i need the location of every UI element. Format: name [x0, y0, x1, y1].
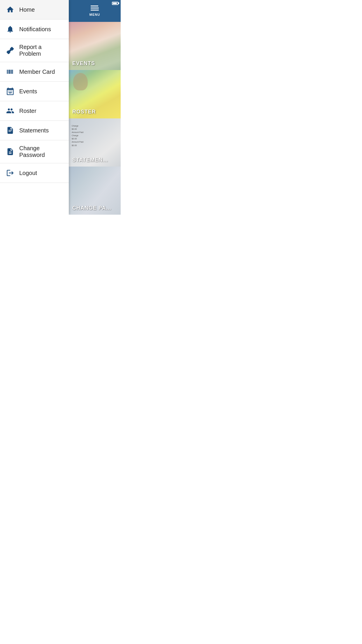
hamburger-line-2: [91, 8, 99, 8]
statements-line6: Amount Paid: [72, 140, 83, 144]
document-icon: [5, 125, 15, 135]
right-panel: MENU EVENTS ROSTER Charge: [69, 0, 121, 215]
statements-line1: Charge: [72, 124, 83, 127]
file-icon: [5, 147, 15, 157]
battery-fill: [113, 3, 117, 4]
statements-line2: $0.00: [72, 127, 83, 131]
menu-label-roster: Roster: [19, 108, 36, 114]
menu-label-statements: Statements: [19, 127, 49, 134]
menu-label-report-problem: Report a Problem: [19, 44, 64, 57]
bell-icon: [5, 24, 15, 34]
menu-item-notifications[interactable]: Notifications: [0, 20, 69, 39]
menu-item-roster[interactable]: Roster: [0, 101, 69, 121]
people-icon: [5, 106, 15, 116]
tile-change-password-label: CHANGE PA...: [72, 205, 111, 211]
statements-detail-text: Charge $0.00 Amount Paid Charge $0.00 Am…: [72, 124, 83, 147]
menu-item-change-password[interactable]: Change Password: [0, 140, 69, 163]
tiles-container: EVENTS ROSTER Charge $0.00 Amount Paid C…: [69, 22, 121, 215]
wrench-icon: [5, 46, 15, 55]
menu-item-statements[interactable]: Statements: [0, 121, 69, 140]
menu-item-logout[interactable]: Logout: [0, 163, 69, 183]
battery-icon: [112, 2, 118, 5]
menu-item-member-card[interactable]: Member Card: [0, 62, 69, 82]
menu-text-label: MENU: [89, 13, 100, 16]
tile-statements[interactable]: Charge $0.00 Amount Paid Charge $0.00 Am…: [69, 118, 121, 167]
tile-change-password[interactable]: CHANGE PA...: [69, 167, 121, 215]
tile-events[interactable]: EVENTS: [69, 22, 121, 70]
barcode-icon: [5, 67, 15, 77]
menu-label-notifications: Notifications: [19, 26, 51, 33]
left-menu-panel: Home Notifications Report a Problem: [0, 0, 69, 215]
menu-item-events[interactable]: 30 Events: [0, 82, 69, 101]
menu-item-report-problem[interactable]: Report a Problem: [0, 39, 69, 62]
app-container: Home Notifications Report a Problem: [0, 0, 121, 215]
tile-statements-label: STATEMEN...: [72, 157, 108, 163]
svg-text:30: 30: [9, 92, 12, 94]
tile-roster-label: ROSTER: [72, 109, 96, 115]
calendar-icon: 30: [5, 86, 15, 96]
statements-line5: $0.00: [72, 137, 83, 140]
status-bar: [98, 0, 121, 6]
hamburger-line-3: [91, 10, 99, 10]
menu-label-change-password: Change Password: [19, 145, 64, 158]
menu-item-home[interactable]: Home: [0, 0, 69, 20]
menu-button[interactable]: MENU: [89, 6, 100, 16]
statements-line3: Amount Paid: [72, 131, 83, 134]
menu-label-home: Home: [19, 6, 35, 13]
tile-events-label: EVENTS: [72, 60, 95, 66]
menu-label-events: Events: [19, 88, 37, 95]
statements-line7: $0.00: [72, 144, 83, 147]
statements-line4: Charge: [72, 134, 83, 137]
menu-label-member-card: Member Card: [19, 69, 55, 75]
home-icon: [5, 5, 15, 15]
hamburger-line-1: [91, 6, 99, 6]
svg-rect-0: [8, 89, 13, 90]
menu-label-logout: Logout: [19, 170, 37, 176]
tile-roster[interactable]: ROSTER: [69, 70, 121, 118]
logout-icon: [5, 168, 15, 178]
